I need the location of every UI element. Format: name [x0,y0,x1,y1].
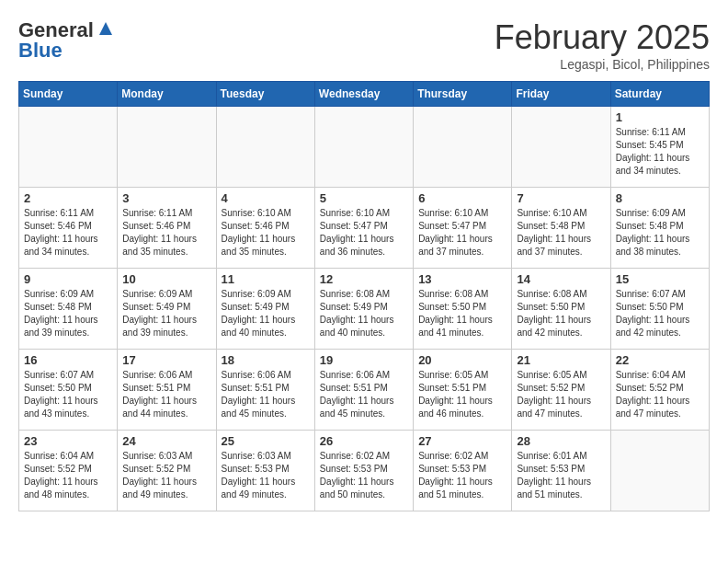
day-info: Sunrise: 6:01 AM Sunset: 5:53 PM Dayligh… [517,450,605,501]
calendar-cell: 2Sunrise: 6:11 AM Sunset: 5:46 PM Daylig… [19,188,118,269]
calendar-cell: 16Sunrise: 6:07 AM Sunset: 5:50 PM Dayli… [19,350,118,431]
calendar-cell: 26Sunrise: 6:02 AM Sunset: 5:53 PM Dayli… [314,431,413,511]
weekday-header-thursday: Thursday [414,82,512,107]
calendar-cell [118,107,216,188]
calendar-cell: 15Sunrise: 6:07 AM Sunset: 5:50 PM Dayli… [610,269,709,350]
day-info: Sunrise: 6:10 AM Sunset: 5:47 PM Dayligh… [418,207,506,259]
day-info: Sunrise: 6:10 AM Sunset: 5:47 PM Dayligh… [320,207,408,259]
day-info: Sunrise: 6:09 AM Sunset: 5:49 PM Dayligh… [222,288,310,339]
calendar-cell: 28Sunrise: 6:01 AM Sunset: 5:53 PM Dayli… [512,431,610,511]
calendar-week-row: 1Sunrise: 6:11 AM Sunset: 5:45 PM Daylig… [19,107,710,188]
day-number: 19 [320,353,408,367]
day-info: Sunrise: 6:07 AM Sunset: 5:50 PM Dayligh… [616,288,704,339]
calendar-cell: 3Sunrise: 6:11 AM Sunset: 5:46 PM Daylig… [118,188,216,269]
day-number: 12 [320,272,408,286]
day-info: Sunrise: 6:04 AM Sunset: 5:52 PM Dayligh… [24,450,112,501]
weekday-header-wednesday: Wednesday [314,82,413,107]
calendar-cell: 14Sunrise: 6:08 AM Sunset: 5:50 PM Dayli… [512,269,610,350]
day-number: 15 [616,272,704,286]
day-info: Sunrise: 6:05 AM Sunset: 5:51 PM Dayligh… [418,369,506,420]
day-number: 17 [122,353,210,367]
calendar-week-row: 9Sunrise: 6:09 AM Sunset: 5:48 PM Daylig… [19,269,710,350]
calendar-cell: 12Sunrise: 6:08 AM Sunset: 5:49 PM Dayli… [314,269,413,350]
day-info: Sunrise: 6:11 AM Sunset: 5:45 PM Dayligh… [616,126,704,178]
day-number: 27 [418,434,506,448]
day-number: 5 [320,191,408,205]
day-number: 9 [24,272,112,286]
logo: General Blue [18,18,116,63]
calendar-cell [216,107,314,188]
day-number: 16 [24,353,112,367]
day-number: 21 [517,353,605,367]
day-number: 24 [122,434,210,448]
day-info: Sunrise: 6:06 AM Sunset: 5:51 PM Dayligh… [222,369,310,420]
day-info: Sunrise: 6:11 AM Sunset: 5:46 PM Dayligh… [24,207,112,259]
day-info: Sunrise: 6:09 AM Sunset: 5:48 PM Dayligh… [24,288,112,339]
day-number: 2 [24,191,112,205]
weekday-header-sunday: Sunday [19,82,118,107]
calendar-week-row: 16Sunrise: 6:07 AM Sunset: 5:50 PM Dayli… [19,350,710,431]
logo-blue-text: Blue [18,39,63,63]
calendar-cell: 18Sunrise: 6:06 AM Sunset: 5:51 PM Dayli… [216,350,314,431]
day-info: Sunrise: 6:10 AM Sunset: 5:46 PM Dayligh… [222,207,310,259]
location-subtitle: Legaspi, Bicol, Philippines [495,57,710,72]
day-number: 23 [24,434,112,448]
day-info: Sunrise: 6:03 AM Sunset: 5:53 PM Dayligh… [222,450,310,501]
logo-icon [96,18,116,39]
day-info: Sunrise: 6:08 AM Sunset: 5:50 PM Dayligh… [517,288,605,339]
day-number: 13 [418,272,506,286]
day-info: Sunrise: 6:09 AM Sunset: 5:49 PM Dayligh… [122,288,210,339]
day-number: 8 [616,191,704,205]
calendar-table: SundayMondayTuesdayWednesdayThursdayFrid… [18,81,710,511]
calendar-cell: 24Sunrise: 6:03 AM Sunset: 5:52 PM Dayli… [118,431,216,511]
calendar-cell [512,107,610,188]
day-number: 25 [222,434,310,448]
day-info: Sunrise: 6:02 AM Sunset: 5:53 PM Dayligh… [418,450,506,501]
calendar-cell: 22Sunrise: 6:04 AM Sunset: 5:52 PM Dayli… [610,350,709,431]
day-info: Sunrise: 6:02 AM Sunset: 5:53 PM Dayligh… [320,450,408,501]
calendar-week-row: 2Sunrise: 6:11 AM Sunset: 5:46 PM Daylig… [19,188,710,269]
day-number: 18 [222,353,310,367]
title-block: February 2025 Legaspi, Bicol, Philippine… [495,18,710,72]
calendar-cell: 10Sunrise: 6:09 AM Sunset: 5:49 PM Dayli… [118,269,216,350]
calendar-cell: 9Sunrise: 6:09 AM Sunset: 5:48 PM Daylig… [19,269,118,350]
weekday-header-tuesday: Tuesday [216,82,314,107]
day-info: Sunrise: 6:08 AM Sunset: 5:49 PM Dayligh… [320,288,408,339]
day-info: Sunrise: 6:06 AM Sunset: 5:51 PM Dayligh… [122,369,210,420]
calendar-cell: 27Sunrise: 6:02 AM Sunset: 5:53 PM Dayli… [414,431,512,511]
calendar-cell: 5Sunrise: 6:10 AM Sunset: 5:47 PM Daylig… [314,188,413,269]
weekday-header-row: SundayMondayTuesdayWednesdayThursdayFrid… [19,82,710,107]
calendar-cell: 6Sunrise: 6:10 AM Sunset: 5:47 PM Daylig… [414,188,512,269]
day-number: 20 [418,353,506,367]
day-info: Sunrise: 6:08 AM Sunset: 5:50 PM Dayligh… [418,288,506,339]
calendar-cell: 8Sunrise: 6:09 AM Sunset: 5:48 PM Daylig… [610,188,709,269]
weekday-header-friday: Friday [512,82,610,107]
day-number: 10 [122,272,210,286]
day-info: Sunrise: 6:06 AM Sunset: 5:51 PM Dayligh… [320,369,408,420]
calendar-cell [414,107,512,188]
month-title: February 2025 [495,18,710,57]
calendar-cell: 17Sunrise: 6:06 AM Sunset: 5:51 PM Dayli… [118,350,216,431]
calendar-cell [314,107,413,188]
calendar-cell [19,107,118,188]
day-number: 28 [517,434,605,448]
day-number: 7 [517,191,605,205]
day-info: Sunrise: 6:07 AM Sunset: 5:50 PM Dayligh… [24,369,112,420]
day-number: 14 [517,272,605,286]
day-number: 22 [616,353,704,367]
day-number: 1 [616,110,704,124]
weekday-header-monday: Monday [118,82,216,107]
day-info: Sunrise: 6:11 AM Sunset: 5:46 PM Dayligh… [122,207,210,259]
day-info: Sunrise: 6:10 AM Sunset: 5:48 PM Dayligh… [517,207,605,259]
day-info: Sunrise: 6:04 AM Sunset: 5:52 PM Dayligh… [616,369,704,420]
calendar-week-row: 23Sunrise: 6:04 AM Sunset: 5:52 PM Dayli… [19,431,710,511]
calendar-cell: 13Sunrise: 6:08 AM Sunset: 5:50 PM Dayli… [414,269,512,350]
day-number: 4 [222,191,310,205]
calendar-cell: 20Sunrise: 6:05 AM Sunset: 5:51 PM Dayli… [414,350,512,431]
calendar-cell: 1Sunrise: 6:11 AM Sunset: 5:45 PM Daylig… [610,107,709,188]
day-number: 6 [418,191,506,205]
day-number: 3 [122,191,210,205]
calendar-cell: 19Sunrise: 6:06 AM Sunset: 5:51 PM Dayli… [314,350,413,431]
calendar-cell: 25Sunrise: 6:03 AM Sunset: 5:53 PM Dayli… [216,431,314,511]
page-header: General Blue February 2025 Legaspi, Bico… [18,18,710,72]
